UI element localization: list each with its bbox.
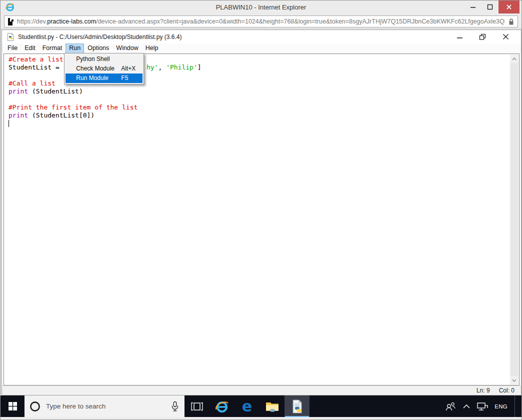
- menu-file[interactable]: File: [4, 44, 21, 54]
- python-file-icon: [6, 33, 14, 41]
- remote-desktop: Studentlist.py - C:/Users/Admin/Desktop/…: [0, 29, 522, 420]
- scroll-down-icon[interactable]: [510, 376, 518, 384]
- search-placeholder: Type here to search: [46, 402, 106, 410]
- internet-explorer-icon: [215, 400, 229, 414]
- cortana-circle-icon: [29, 400, 41, 412]
- idle-menubar: FileEditFormatRunPython ShellCheck Modul…: [2, 44, 521, 54]
- ie-address-bar: https://dev.practice-labs.com/device-adv…: [0, 14, 522, 29]
- windows-start-icon: [8, 402, 17, 410]
- code-editor[interactable]: #Create a listStudentList = hy', 'Philip…: [4, 54, 520, 386]
- menu-help[interactable]: Help: [142, 44, 162, 54]
- edge-icon: e: [242, 400, 252, 414]
- minimize-button[interactable]: [466, 0, 480, 14]
- code-line: print (StudentList[0]): [8, 112, 508, 120]
- maximize-button[interactable]: [482, 0, 498, 14]
- scrollbar-thumb[interactable]: [510, 63, 518, 376]
- code-line: print (StudentList): [8, 88, 508, 96]
- taskbar-python-file-button[interactable]: [284, 396, 310, 417]
- close-button[interactable]: [498, 0, 520, 14]
- idle-statusbar: Ln: 9 Col: 0: [2, 386, 521, 395]
- task-view-button[interactable]: [184, 396, 210, 417]
- vertical-scrollbar[interactable]: [510, 54, 518, 384]
- taskbar-tray: ENG: [444, 396, 522, 417]
- people-icon[interactable]: [444, 402, 456, 412]
- taskbar-edge-button[interactable]: e: [234, 396, 260, 417]
- task-view-icon: [191, 402, 203, 412]
- window-title: PLABWIN10 - Internet Explorer: [0, 0, 522, 14]
- run-menu-dropdown: Python ShellCheck ModuleAlt+XRun ModuleF…: [64, 53, 144, 84]
- search-input[interactable]: Type here to search: [24, 396, 184, 417]
- menu-edit[interactable]: Edit: [21, 44, 39, 54]
- ie-titlebar: PLABWIN10 - Internet Explorer: [0, 0, 522, 14]
- idle-window-title: Studentlist.py - C:/Users/Admin/Desktop/…: [18, 34, 182, 40]
- file-explorer-icon: [266, 401, 279, 412]
- code-line: [8, 96, 508, 104]
- status-line: Ln: 9: [476, 386, 490, 395]
- show-desktop-button[interactable]: [514, 396, 516, 417]
- chevron-up-icon[interactable]: [462, 404, 470, 409]
- code-line: #Print the first item of the list: [8, 104, 508, 112]
- text-caret: [8, 120, 9, 127]
- taskbar-internet-explorer-button[interactable]: [210, 396, 234, 417]
- lock-icon: [508, 18, 514, 26]
- code-area: #Create a listStudentList = hy', 'Philip…: [8, 56, 508, 384]
- language-indicator[interactable]: ENG: [494, 404, 508, 410]
- site-favicon-icon: [8, 18, 14, 26]
- network-icon[interactable]: [476, 402, 488, 412]
- menu-item-python-shell[interactable]: Python Shell: [66, 54, 142, 64]
- menu-window[interactable]: Window: [112, 44, 142, 54]
- scroll-up-icon[interactable]: [510, 54, 518, 63]
- menu-options[interactable]: Options: [84, 44, 112, 54]
- idle-close-button[interactable]: [494, 30, 517, 44]
- microphone-icon[interactable]: [171, 401, 179, 412]
- python-file-taskbar-icon: [291, 400, 303, 414]
- menu-run[interactable]: RunPython ShellCheck ModuleAlt+XRun Modu…: [66, 44, 84, 54]
- idle-restore-button[interactable]: [471, 30, 494, 44]
- menu-format[interactable]: Format: [39, 44, 66, 54]
- idle-titlebar: Studentlist.py - C:/Users/Admin/Desktop/…: [2, 30, 521, 44]
- code-line-visible-tail: hy', 'Philip']: [146, 64, 202, 72]
- code-line: [8, 120, 508, 128]
- idle-minimize-button[interactable]: [448, 30, 471, 44]
- start-button[interactable]: [0, 396, 24, 417]
- menu-item-check-module[interactable]: Check ModuleAlt+X: [66, 64, 142, 74]
- url-input[interactable]: https://dev.practice-labs.com/device-adv…: [4, 16, 518, 28]
- url-text: https://dev.practice-labs.com/device-adv…: [17, 18, 505, 25]
- menu-item-run-module[interactable]: Run ModuleF5: [66, 74, 142, 83]
- internet-explorer-window: PLABWIN10 - Internet Explorer https://de…: [0, 0, 522, 420]
- taskbar: Type here to search: [0, 396, 522, 417]
- frame-bottom-strip: [0, 417, 522, 420]
- idle-window: Studentlist.py - C:/Users/Admin/Desktop/…: [2, 30, 522, 396]
- status-col: Col: 0: [499, 386, 514, 395]
- taskbar-file-explorer-button[interactable]: [260, 396, 284, 417]
